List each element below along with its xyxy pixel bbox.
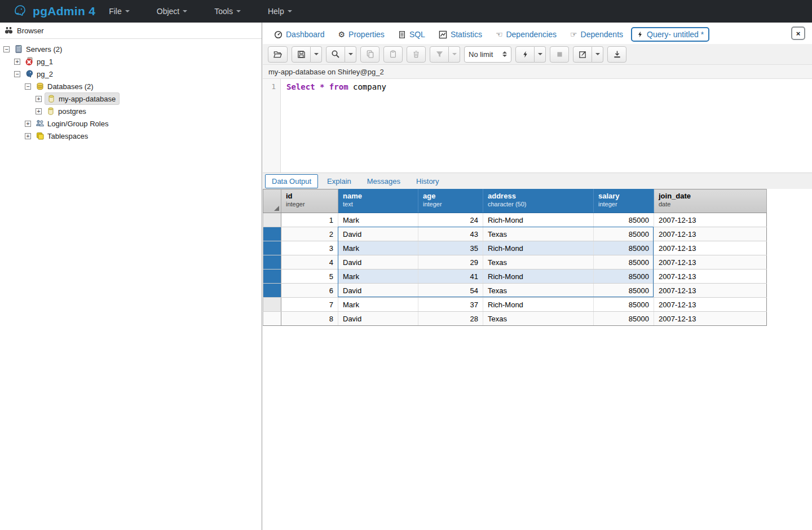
editor-code-area[interactable]: Select * from company	[281, 79, 386, 173]
cell-salary-row5[interactable]: 85000	[594, 270, 654, 284]
cell-join_date-row7[interactable]: 2007-12-13	[654, 298, 767, 312]
row-handle-8[interactable]	[263, 312, 281, 326]
tree-item-my-app-database[interactable]: + my-app-database	[0, 92, 262, 105]
cell-salary-row6[interactable]: 85000	[594, 284, 654, 298]
tab-explain[interactable]: Explain	[320, 174, 358, 188]
column-header-salary[interactable]: salaryinteger	[594, 189, 654, 213]
edit-button[interactable]	[573, 46, 592, 63]
cell-address-row5[interactable]: Rich-Mond	[483, 270, 594, 284]
cell-name-row1[interactable]: Mark	[338, 213, 418, 227]
close-panel-button[interactable]: ×	[791, 26, 805, 40]
tab-dependencies[interactable]: ☜ Dependencies	[490, 27, 562, 42]
save-options-dropdown[interactable]	[311, 46, 322, 63]
menu-tools[interactable]: Tools	[201, 7, 254, 16]
column-header-name[interactable]: nametext	[338, 189, 418, 213]
menu-file[interactable]: File	[95, 7, 143, 16]
tab-sql[interactable]: SQL	[392, 27, 431, 42]
cell-age-row7[interactable]: 37	[418, 298, 483, 312]
cell-name-row3[interactable]: Mark	[338, 241, 418, 255]
expand-icon[interactable]: +	[14, 59, 20, 65]
tree-item-login-group-roles[interactable]: + Login/Group Roles	[0, 117, 262, 130]
menu-help[interactable]: Help	[254, 7, 306, 16]
cell-id-row8[interactable]: 8	[281, 312, 338, 326]
cell-address-row1[interactable]: Rich-Mond	[483, 213, 594, 227]
collapse-icon[interactable]: −	[3, 46, 10, 52]
cell-address-row8[interactable]: Texas	[483, 312, 594, 326]
cell-salary-row1[interactable]: 85000	[594, 213, 654, 227]
cell-id-row5[interactable]: 5	[281, 270, 338, 284]
tab-data-output[interactable]: Data Output	[265, 174, 318, 188]
tab-dependents[interactable]: ☞ Dependents	[564, 27, 629, 42]
column-header-age[interactable]: ageinteger	[418, 189, 483, 213]
cell-name-row6[interactable]: David	[338, 284, 418, 298]
row-handle-4[interactable]	[263, 255, 281, 270]
expand-icon[interactable]: +	[25, 133, 31, 139]
row-handle-5[interactable]	[263, 270, 281, 284]
tab-dashboard[interactable]: Dashboard	[268, 27, 330, 42]
cell-name-row5[interactable]: Mark	[338, 270, 418, 284]
cell-address-row6[interactable]: Texas	[483, 284, 594, 298]
tree-item-pg-1[interactable]: + pg_1	[0, 55, 262, 68]
cell-salary-row7[interactable]: 85000	[594, 298, 654, 312]
cell-id-row1[interactable]: 1	[281, 213, 338, 227]
tree-item-pg-2[interactable]: − pg_2	[0, 68, 262, 80]
cell-id-row2[interactable]: 2	[281, 227, 338, 241]
find-options-dropdown[interactable]	[345, 46, 356, 63]
tree-item-tablespaces[interactable]: + Tablespaces	[0, 130, 262, 142]
tab-statistics[interactable]: Statistics	[433, 27, 488, 42]
cell-age-row6[interactable]: 54	[418, 284, 483, 298]
cell-join_date-row5[interactable]: 2007-12-13	[654, 270, 767, 284]
tree-item-servers-2-[interactable]: − Servers (2)	[0, 43, 262, 55]
cell-name-row4[interactable]: David	[338, 255, 418, 270]
cell-salary-row8[interactable]: 85000	[594, 312, 654, 326]
row-limit-select[interactable]: No limit	[464, 46, 511, 63]
cell-address-row4[interactable]: Texas	[483, 255, 594, 270]
cell-name-row2[interactable]: David	[338, 227, 418, 241]
row-handle-6[interactable]	[263, 284, 281, 298]
cell-address-row3[interactable]: Rich-Mond	[483, 241, 594, 255]
edit-options-dropdown[interactable]	[592, 46, 603, 63]
cell-join_date-row8[interactable]: 2007-12-13	[654, 312, 767, 326]
expand-icon[interactable]: +	[36, 108, 42, 114]
cell-age-row2[interactable]: 43	[418, 227, 483, 241]
row-handle-7[interactable]	[263, 298, 281, 312]
column-header-address[interactable]: addresscharacter (50)	[483, 189, 594, 213]
cell-age-row5[interactable]: 41	[418, 270, 483, 284]
cell-join_date-row2[interactable]: 2007-12-13	[654, 227, 767, 241]
tab-history[interactable]: History	[409, 174, 445, 188]
cell-join_date-row6[interactable]: 2007-12-13	[654, 284, 767, 298]
save-button[interactable]	[292, 46, 311, 63]
sql-editor[interactable]: 1 Select * from company	[263, 79, 812, 173]
tab-messages[interactable]: Messages	[360, 174, 407, 188]
row-handle-3[interactable]	[263, 241, 281, 255]
cell-salary-row3[interactable]: 85000	[594, 241, 654, 255]
cell-age-row4[interactable]: 29	[418, 255, 483, 270]
expand-icon[interactable]: +	[25, 121, 31, 127]
cell-id-row6[interactable]: 6	[281, 284, 338, 298]
cell-join_date-row3[interactable]: 2007-12-13	[654, 241, 767, 255]
cell-name-row7[interactable]: Mark	[338, 298, 418, 312]
tree-item-postgres[interactable]: + postgres	[0, 105, 262, 117]
cell-age-row1[interactable]: 24	[418, 213, 483, 227]
cell-address-row2[interactable]: Texas	[483, 227, 594, 241]
find-button[interactable]	[326, 46, 345, 63]
cell-address-row7[interactable]: Rich-Mond	[483, 298, 594, 312]
collapse-icon[interactable]: −	[25, 83, 31, 90]
tab-query-tool[interactable]: Query- untitled *	[631, 27, 709, 42]
column-header-id[interactable]: idinteger	[281, 189, 338, 213]
execute-button[interactable]	[515, 46, 535, 63]
cell-id-row4[interactable]: 4	[281, 255, 338, 270]
cell-salary-row2[interactable]: 85000	[594, 227, 654, 241]
cell-join_date-row1[interactable]: 2007-12-13	[654, 213, 767, 227]
collapse-icon[interactable]: −	[14, 71, 20, 77]
cell-id-row7[interactable]: 7	[281, 298, 338, 312]
cell-age-row3[interactable]: 35	[418, 241, 483, 255]
open-file-button[interactable]	[268, 46, 288, 63]
row-handle-1[interactable]	[263, 213, 281, 227]
select-all-corner[interactable]	[263, 189, 281, 213]
download-button[interactable]	[607, 46, 626, 63]
cell-id-row3[interactable]: 3	[281, 241, 338, 255]
row-handle-2[interactable]	[263, 227, 281, 241]
cell-join_date-row4[interactable]: 2007-12-13	[654, 255, 767, 270]
cell-salary-row4[interactable]: 85000	[594, 255, 654, 270]
